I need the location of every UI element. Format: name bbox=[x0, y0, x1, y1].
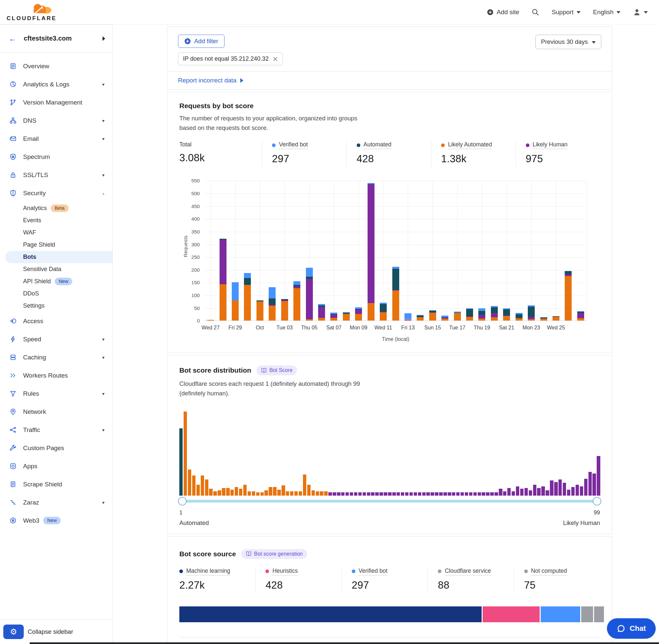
histogram-bar[interactable] bbox=[563, 483, 566, 495]
histogram-bar[interactable] bbox=[333, 492, 336, 496]
bar-segment-likely-human[interactable] bbox=[478, 315, 485, 319]
bar-segment-automated[interactable] bbox=[528, 307, 535, 317]
bot-score-generation-badge[interactable]: Bot score generation bbox=[241, 549, 308, 559]
slider-track[interactable] bbox=[179, 500, 600, 503]
bar-segment-likely-automated[interactable] bbox=[368, 303, 375, 321]
histogram-bar[interactable] bbox=[490, 492, 494, 496]
histogram-bar[interactable] bbox=[269, 487, 272, 496]
bar-segment-automated[interactable] bbox=[516, 314, 522, 318]
bar-segment-likely-human[interactable] bbox=[503, 316, 510, 316]
histogram-bar[interactable] bbox=[341, 492, 345, 496]
bar-segment-likely-human[interactable] bbox=[269, 305, 276, 306]
back-arrow-icon[interactable]: ← bbox=[8, 34, 17, 43]
bar-segment-verified-bot[interactable] bbox=[540, 317, 547, 318]
sidebar-item-caching[interactable]: Caching▾ bbox=[0, 348, 112, 366]
histogram-bar[interactable] bbox=[550, 480, 553, 496]
bar-segment-likely-automated[interactable] bbox=[257, 301, 263, 321]
search-button[interactable] bbox=[532, 8, 539, 16]
sidebar-item-rules[interactable]: Rules▾ bbox=[0, 385, 112, 402]
settings-gear-button[interactable]: ⚙ bbox=[3, 624, 24, 639]
bar-segment-verified-bot[interactable] bbox=[528, 305, 535, 307]
bar-segment-verified-bot[interactable] bbox=[343, 312, 350, 313]
sidebar-item-ddos[interactable]: DDoS bbox=[0, 288, 112, 300]
bar-segment-automated[interactable] bbox=[244, 278, 251, 285]
histogram-bar[interactable] bbox=[422, 492, 426, 496]
histogram-bar[interactable] bbox=[375, 492, 378, 496]
histogram-bar[interactable] bbox=[290, 491, 293, 496]
collapse-sidebar-button[interactable]: Collapse sidebar bbox=[28, 628, 73, 636]
bar-segment-verified-bot[interactable] bbox=[293, 281, 300, 285]
slider-handle-min[interactable] bbox=[178, 497, 187, 506]
histogram-bar[interactable] bbox=[554, 482, 558, 496]
bar-segment-likely-human[interactable] bbox=[306, 279, 313, 319]
histogram-bar[interactable] bbox=[439, 492, 442, 496]
bar-segment-likely-human[interactable] bbox=[466, 317, 473, 317]
bar-segment-likely-automated[interactable] bbox=[552, 317, 560, 321]
bar-segment-verified-bot[interactable] bbox=[392, 267, 399, 269]
sidebar-item-spectrum[interactable]: Spectrum bbox=[0, 148, 112, 166]
histogram-bar[interactable] bbox=[192, 476, 195, 496]
sidebar-item-apps[interactable]: Apps bbox=[0, 457, 112, 475]
histogram-bar[interactable] bbox=[184, 412, 187, 496]
histogram-bar[interactable] bbox=[179, 428, 183, 496]
histogram-bar[interactable] bbox=[264, 490, 268, 495]
histogram-bar[interactable] bbox=[546, 490, 549, 495]
bar-segment-likely-human[interactable] bbox=[355, 309, 362, 314]
bar-segment-verified-bot[interactable] bbox=[355, 307, 362, 309]
bar-segment-likely-automated[interactable] bbox=[503, 316, 510, 321]
expand-site-icon[interactable] bbox=[102, 36, 105, 41]
bar-segment-likely-human[interactable] bbox=[318, 307, 325, 318]
histogram-bar[interactable] bbox=[524, 488, 528, 496]
bar-segment-likely-human[interactable] bbox=[368, 184, 375, 303]
bar-segment-automated[interactable] bbox=[454, 313, 461, 313]
histogram-bar[interactable] bbox=[311, 490, 315, 495]
histogram-bar[interactable] bbox=[481, 492, 485, 496]
bar-segment-verified-bot[interactable] bbox=[244, 273, 251, 278]
histogram-bar[interactable] bbox=[316, 491, 319, 496]
sidebar-item-analytics-logs[interactable]: Analytics & Logs▾ bbox=[0, 75, 112, 93]
sidebar-item-sensitive-data[interactable]: Sensitive Data bbox=[0, 263, 112, 275]
bar-segment-likely-automated[interactable] bbox=[478, 319, 485, 321]
bar-segment-automated[interactable] bbox=[306, 277, 313, 279]
bar-segment-verified-bot[interactable] bbox=[318, 304, 325, 305]
sidebar-item-dns[interactable]: DNS▾ bbox=[0, 112, 112, 130]
histogram-bar[interactable] bbox=[307, 485, 310, 496]
bar-segment-likely-human[interactable] bbox=[293, 286, 300, 288]
bar-segment-likely-automated[interactable] bbox=[429, 313, 436, 321]
bar-segment-likely-automated[interactable] bbox=[293, 288, 300, 321]
bar-segment-verified-bot[interactable] bbox=[577, 311, 584, 312]
bar-segment-verified-bot[interactable] bbox=[466, 308, 473, 309]
histogram-bar[interactable] bbox=[196, 485, 200, 496]
stat-label-text[interactable]: Heuristics bbox=[272, 568, 298, 575]
histogram-bar[interactable] bbox=[392, 492, 396, 496]
bar-segment-likely-automated[interactable] bbox=[516, 318, 522, 321]
histogram-bar[interactable] bbox=[580, 486, 583, 496]
bar-segment-likely-human[interactable] bbox=[528, 317, 535, 320]
chat-button[interactable]: Chat bbox=[607, 618, 656, 639]
bar-segment-likely-automated[interactable] bbox=[466, 317, 473, 321]
sidebar-item-security[interactable]: Security▴ bbox=[0, 184, 112, 202]
add-site-button[interactable]: Add site bbox=[487, 8, 519, 16]
histogram-bar[interactable] bbox=[226, 488, 230, 496]
histogram-bar[interactable] bbox=[588, 472, 592, 495]
histogram-bar[interactable] bbox=[529, 490, 532, 495]
sidebar-item-settings[interactable]: Settings bbox=[0, 300, 112, 312]
histogram-bar[interactable] bbox=[448, 492, 451, 496]
bar-segment-verified-bot[interactable] bbox=[454, 312, 461, 313]
add-filter-button[interactable]: Add filter bbox=[178, 34, 225, 48]
bar-segment-automated[interactable] bbox=[503, 309, 510, 316]
bar-segment-likely-automated[interactable] bbox=[269, 306, 276, 321]
histogram-bar[interactable] bbox=[328, 492, 332, 496]
histogram-bar[interactable] bbox=[533, 485, 536, 496]
bar-segment-likely-human[interactable] bbox=[343, 314, 350, 314]
histogram-bar[interactable] bbox=[231, 490, 234, 496]
sidebar-item-analytics[interactable]: AnalyticsBeta bbox=[0, 202, 112, 214]
histogram-bar[interactable] bbox=[461, 492, 464, 496]
sidebar-item-version-management[interactable]: Version Management bbox=[0, 93, 112, 112]
histogram-bar[interactable] bbox=[367, 492, 370, 496]
bar-segment-likely-automated[interactable] bbox=[392, 291, 399, 321]
bar-segment-automated[interactable] bbox=[466, 309, 473, 317]
sidebar-item-access[interactable]: Access bbox=[0, 312, 112, 330]
bar-segment-automated[interactable] bbox=[417, 316, 424, 317]
histogram-bar[interactable] bbox=[299, 491, 302, 496]
